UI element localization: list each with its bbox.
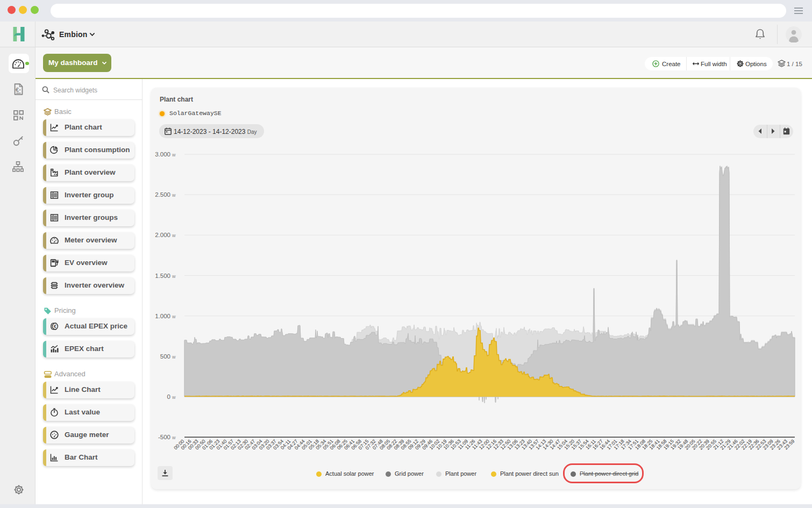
- svg-text:w: w: [172, 314, 176, 319]
- svg-text:w: w: [172, 395, 176, 400]
- svg-text:-500: -500: [158, 434, 170, 440]
- svg-text:w: w: [172, 354, 176, 360]
- svg-text:w: w: [172, 233, 176, 238]
- svg-text:1.500: 1.500: [155, 273, 170, 279]
- svg-text:w: w: [172, 192, 176, 198]
- svg-text:2.000: 2.000: [155, 232, 170, 238]
- svg-text:€: €: [16, 87, 19, 93]
- svg-text:w: w: [172, 435, 176, 440]
- svg-text:€: €: [54, 324, 56, 329]
- svg-text:500: 500: [160, 353, 170, 360]
- svg-text:1.000: 1.000: [155, 313, 170, 319]
- svg-text:0: 0: [167, 393, 170, 400]
- svg-text:2.500: 2.500: [155, 191, 170, 198]
- svg-text:w: w: [172, 152, 176, 158]
- svg-text:w: w: [172, 274, 176, 279]
- svg-text:3.000: 3.000: [155, 151, 170, 158]
